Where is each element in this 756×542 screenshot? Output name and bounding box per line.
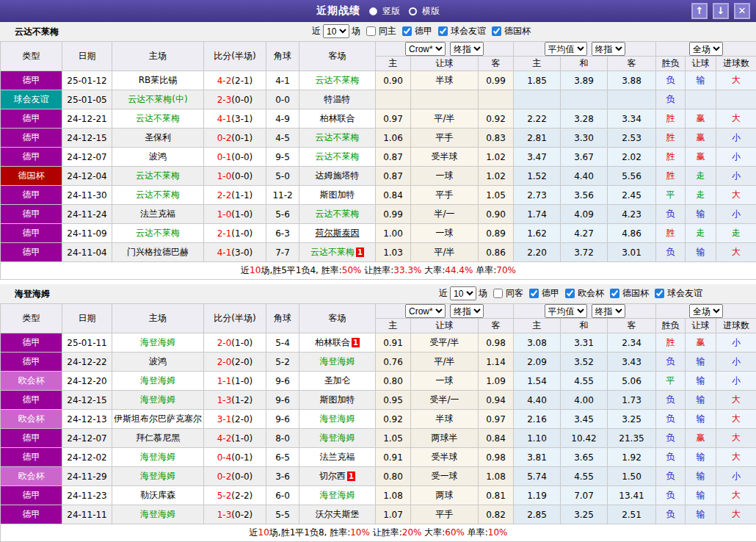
asian-home-odds-cell: 1.03 (376, 243, 411, 262)
half-time-score: (0-0) (231, 95, 252, 105)
final-odds-select[interactable]: 终指 (592, 304, 625, 318)
radio-horizontal-icon[interactable] (409, 7, 417, 15)
sub-column-header: 进球数 (716, 319, 756, 333)
section-header-row: 云达不莱梅近10场同主德甲球会友谊德国杯 (0, 22, 756, 41)
asian-away-odds-cell: 1.02 (479, 148, 514, 167)
euro-home-odds-cell: 2.20 (514, 243, 561, 262)
full-match-select[interactable]: 全场 (689, 304, 723, 318)
sub-column-header: 和 (561, 57, 608, 71)
half-time-score: (1-0) (231, 433, 252, 444)
match-row: 德甲24-12-07波鸿0-1(0-0)9-5云达不莱梅0.87受半球1.023… (1, 148, 756, 167)
match-count-select[interactable]: 10 (450, 286, 476, 300)
goals-result-cell: 小 (716, 353, 756, 372)
away-team-name[interactable]: 荷尔斯泰因 (316, 228, 360, 238)
team-name: 云达不莱梅 (15, 26, 59, 38)
full-match-select[interactable]: 全场 (689, 42, 723, 56)
euro-home-odds-cell: 2.81 (514, 129, 561, 148)
match-date-cell: 24-11-04 (62, 243, 112, 262)
result-cell: 胜 (656, 129, 686, 148)
final-odds-select[interactable]: 终指 (592, 42, 625, 56)
radio-vertical-selected-icon[interactable] (369, 7, 377, 15)
handicap-result-cell (686, 90, 716, 109)
goals-result-cell: 小 (716, 148, 756, 167)
handicap-result-cell: 输 (686, 467, 716, 486)
corner-cell: 5-2 (266, 353, 299, 372)
same-venue-checkbox[interactable] (366, 26, 376, 36)
full-time-score: 4-1 (217, 114, 232, 124)
match-date-cell: 25-01-05 (62, 90, 112, 109)
handicap-cell: 受半球 (411, 448, 479, 467)
asian-away-odds-cell: 0.81 (479, 486, 514, 505)
average-odds-select[interactable]: 平均值 (545, 42, 587, 56)
sub-column-header: 让球 (686, 319, 716, 333)
match-date-cell: 24-12-22 (62, 353, 112, 372)
score-cell: 2-0(1-0) (204, 333, 266, 353)
league-filter-checkbox[interactable] (565, 289, 575, 298)
away-team-name: 柏林联合 (320, 113, 355, 123)
corner-cell: 9-6 (266, 391, 299, 410)
home-team-cell: 云达不莱梅 (112, 224, 204, 243)
home-team-cell: 云达不莱梅(中) (112, 90, 204, 109)
handicap-cell: 半球 (411, 410, 479, 429)
asian-away-odds-cell: 0.97 (479, 410, 514, 429)
away-team-cell: 柏林联合1 (299, 333, 376, 353)
home-team-cell: 海登海姆 (112, 372, 204, 391)
move-up-button[interactable]: ↑ (691, 3, 708, 19)
close-button[interactable]: ✕ (734, 3, 750, 19)
goals-result-cell: 大 (716, 186, 756, 205)
euro-away-odds-cell: 1.92 (608, 448, 656, 467)
away-team-cell: 海登海姆 (299, 353, 376, 372)
full-time-score: 3-1 (217, 414, 232, 424)
bookmaker-select[interactable]: Crow* (405, 42, 446, 56)
league-filter-checkbox[interactable] (655, 289, 664, 298)
sub-column-header: 让球 (411, 57, 479, 71)
euro-home-odds-cell: 3.08 (514, 333, 561, 353)
team-section: 海登海姆近10场同客德甲欧会杯德国杯球会友谊类型日期主场比分(半场)角球客场Cr… (0, 284, 756, 542)
corner-cell: 7-7 (266, 243, 299, 262)
goals-result-cell: 小 (716, 333, 756, 353)
league-type-cell: 德甲 (1, 109, 62, 129)
bookmaker-select[interactable]: Crow* (405, 304, 446, 318)
column-header: 角球 (266, 42, 299, 71)
corner-cell: 5-0 (266, 167, 299, 186)
table-header-row: 类型日期主场比分(半场)角球客场Crow*终指平均值终指全场 (1, 42, 756, 57)
league-filter-checkbox[interactable] (438, 26, 448, 36)
league-filter-checkbox[interactable] (610, 289, 619, 298)
move-down-button[interactable]: ↓ (713, 3, 729, 19)
euro-away-odds-cell: 3.01 (608, 243, 656, 262)
euro-draw-odds-cell: 4.00 (561, 391, 608, 410)
league-filter-checkbox[interactable] (402, 26, 412, 36)
final-odds-select[interactable]: 终指 (450, 304, 484, 318)
handicap-result-cell: 走 (686, 224, 716, 243)
league-filter-checkbox[interactable] (492, 26, 501, 36)
league-filter-label: 球会友谊 (667, 287, 702, 300)
away-team-cell: 云达不莱梅 (299, 129, 376, 148)
euro-away-odds-cell: 3.25 (608, 410, 656, 429)
radio-vertical-label[interactable]: 竖版 (382, 5, 400, 18)
away-team-cell: 斯图加特 (299, 391, 376, 410)
summary-segment: 场,胜1平1负8, 胜率: (269, 527, 350, 538)
corner-cell: 4-5 (266, 129, 299, 148)
league-type-cell: 德甲 (1, 224, 62, 243)
asian-home-odds-cell: 0.76 (376, 353, 411, 372)
same-venue-checkbox[interactable] (493, 289, 503, 298)
result-cell: 负 (656, 429, 686, 448)
match-row: 德甲24-12-21云达不莱梅4-1(3-1)4-9柏林联合0.97平/半0.9… (1, 109, 756, 129)
away-team-cell: 特温特 (299, 90, 376, 109)
average-odds-select[interactable]: 平均值 (545, 304, 587, 318)
euro-home-odds-cell (514, 90, 561, 109)
corner-cell: 5-5 (266, 505, 299, 524)
league-type-cell: 德甲 (1, 486, 62, 505)
handicap-cell: 平/半 (411, 353, 479, 372)
summary-row: 近10场,胜5平1负4, 胜率:50% 让胜率:33.3% 大率:44.4% 单… (1, 262, 756, 280)
league-filter-checkbox[interactable] (529, 289, 539, 298)
euro-draw-odds-cell: 3.65 (561, 448, 608, 467)
summary-segment: 50% (342, 265, 362, 275)
final-odds-select[interactable]: 终指 (450, 42, 484, 56)
handicap-cell: 平手 (411, 505, 479, 524)
match-count-select[interactable]: 10 (323, 24, 349, 38)
euro-draw-odds-cell (561, 90, 608, 109)
home-team-cell: 海登海姆 (112, 505, 204, 524)
handicap-result-cell: 输 (686, 71, 716, 90)
radio-horizontal-label[interactable]: 横版 (422, 5, 440, 18)
